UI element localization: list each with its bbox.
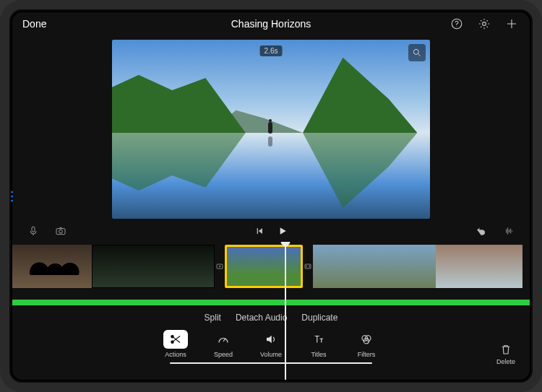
add-media-button[interactable] — [504, 16, 520, 32]
tool-label: Speed — [214, 351, 233, 358]
timeline[interactable]: Split Detach Audio Duplicate Actions Spe… — [12, 242, 530, 380]
svg-point-6 — [59, 230, 63, 233]
tool-label: Volume — [260, 351, 282, 358]
microphone-icon — [27, 225, 39, 237]
timeline-clip[interactable] — [436, 245, 522, 288]
svg-point-3 — [413, 49, 418, 54]
zoom-preview-button[interactable] — [408, 44, 426, 61]
split-button[interactable]: Split — [205, 313, 221, 323]
clip-duration-badge: 2.6s — [260, 45, 283, 56]
tool-actions[interactable]: Actions — [155, 330, 196, 358]
timeline-clip[interactable] — [92, 245, 215, 288]
settings-button[interactable] — [476, 16, 492, 32]
play-icon — [277, 225, 288, 237]
top-toolbar: Done Chasing Horizons — [12, 12, 530, 35]
skip-back-icon — [254, 225, 265, 237]
done-button[interactable]: Done — [22, 18, 46, 30]
detach-audio-button[interactable]: Detach Audio — [236, 313, 287, 323]
tool-label: Filters — [358, 351, 376, 358]
skip-back-button[interactable] — [251, 223, 267, 239]
gear-icon — [478, 17, 491, 30]
scissors-icon — [169, 333, 182, 346]
transport-toolbar — [12, 220, 530, 242]
tool-volume[interactable]: Volume — [251, 330, 291, 358]
duplicate-button[interactable]: Duplicate — [301, 313, 337, 323]
transition-slot[interactable] — [215, 245, 225, 288]
delete-label: Delete — [496, 358, 515, 365]
svg-rect-8 — [305, 264, 311, 269]
audio-waveform-button[interactable] — [501, 223, 517, 239]
transition-icon — [304, 262, 312, 271]
tool-speed[interactable]: Speed — [203, 330, 244, 358]
audio-track[interactable] — [12, 300, 530, 305]
svg-rect-4 — [32, 227, 35, 232]
tool-titles[interactable]: Titles — [298, 330, 339, 358]
transition-icon — [215, 262, 224, 271]
timeline-clip[interactable] — [313, 245, 436, 288]
tool-label: Titles — [311, 351, 326, 358]
svg-point-9 — [171, 336, 173, 338]
timeline-clip-selected[interactable] — [225, 245, 303, 288]
tool-filters[interactable]: Filters — [346, 330, 387, 358]
waveform-icon — [503, 225, 515, 237]
video-preview[interactable]: 2.6s — [112, 40, 430, 219]
svg-point-1 — [456, 26, 457, 27]
titles-icon — [312, 333, 325, 346]
plus-icon — [505, 17, 518, 30]
filters-icon — [360, 333, 373, 346]
tool-underline-indicator — [170, 362, 372, 364]
play-button[interactable] — [275, 223, 291, 239]
timeline-clip[interactable] — [12, 245, 92, 288]
camera-button[interactable] — [53, 223, 69, 239]
speaker-icon — [264, 333, 278, 346]
help-button[interactable] — [449, 16, 465, 32]
undo-icon — [476, 225, 487, 237]
record-voiceover-button[interactable] — [25, 223, 41, 239]
camera-icon — [55, 225, 66, 237]
svg-rect-5 — [56, 229, 65, 235]
undo-button[interactable] — [473, 223, 489, 239]
tool-label: Actions — [165, 351, 186, 358]
help-icon — [450, 17, 463, 30]
speedometer-icon — [217, 333, 230, 346]
transition-slot[interactable] — [303, 245, 313, 288]
svg-point-2 — [483, 22, 486, 26]
svg-point-10 — [171, 341, 173, 343]
magnifier-icon — [412, 48, 422, 58]
trash-icon — [499, 343, 512, 356]
device-side-indicator — [11, 191, 13, 201]
delete-button[interactable]: Delete — [496, 343, 515, 365]
